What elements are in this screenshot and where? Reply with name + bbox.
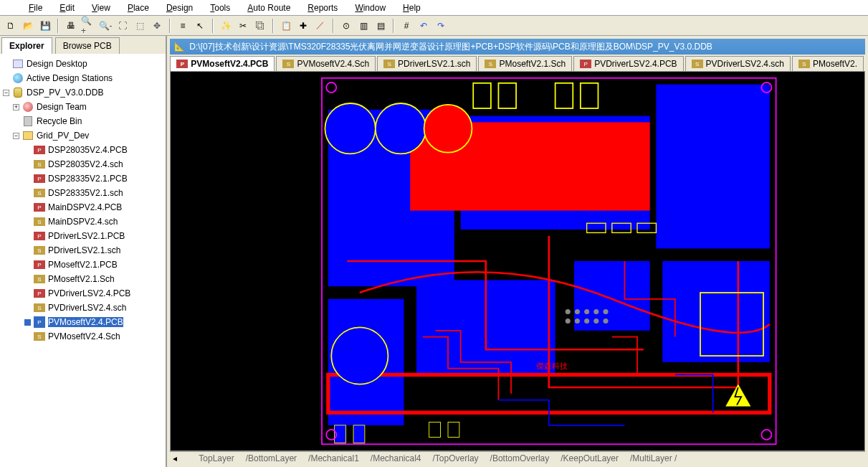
- zoom-in-button[interactable]: 🔍+: [80, 18, 96, 34]
- layer-tab-topoverlay[interactable]: /TopOverlay: [429, 453, 483, 464]
- tab-icon: P: [176, 60, 188, 68]
- menu-edit[interactable]: Edit: [52, 1, 82, 14]
- project-tree[interactable]: Design Desktop Active Design Stations −D…: [0, 54, 166, 467]
- tree-file-dsp28335v2-1-sch[interactable]: SDSP28335V2.1.sch: [0, 186, 166, 200]
- layer-tab-mechanical1[interactable]: /Mechanical1: [304, 453, 363, 464]
- tree-file-pmoseftv2-1-sch[interactable]: SPMoseftV2.1.Sch: [0, 272, 166, 286]
- tab-explorer[interactable]: Explorer: [1, 37, 52, 54]
- layer-tab-bottomoverlay[interactable]: /BottomOverlay: [486, 453, 554, 464]
- tab-label: PVMoseftV2.4.Sch: [297, 59, 369, 69]
- left-panel-tabs: Explorer Browse PCB: [0, 36, 166, 54]
- tree-file-pdriverlsv2-1-sch[interactable]: SPDriverLSV2.1.sch: [0, 243, 166, 258]
- tree-ddb-root[interactable]: −DSP_PV_V3.0.DDB: [0, 85, 166, 100]
- tab-label: PVDriverLSV2.4.PCB: [594, 59, 677, 69]
- new-button[interactable]: 🗋: [3, 18, 19, 34]
- grid-button[interactable]: #: [399, 18, 414, 34]
- doc-tab-pmoseftv2-1-sch[interactable]: SPMoseftV2.1.Sch: [478, 56, 572, 72]
- left-panel: Explorer Browse PCB Design Desktop Activ…: [0, 36, 167, 467]
- menu-file[interactable]: File: [22, 1, 49, 14]
- horizontal-scrollbar[interactable]: ◂ TopLayer/BottomLayer/Mechanical1/Mecha…: [170, 451, 865, 464]
- tree-file-label: DSP28335V2.1.PCB: [48, 174, 128, 184]
- menubar: FileEditViewPlaceDesignToolsAuto RouteRe…: [0, 0, 868, 16]
- svg-rect-20: [353, 425, 365, 443]
- tree-file-maindspv2-4-pcb[interactable]: PMainDSPV2.4.PCB: [0, 200, 166, 214]
- comp2-button[interactable]: ▤: [373, 18, 388, 34]
- tree-file-label: MainDSPV2.4.sch: [48, 217, 118, 227]
- svg-point-26: [332, 327, 388, 384]
- layer-tab-mechanical4[interactable]: /Mechanical4: [366, 453, 426, 464]
- doc-tab-pmoseftv2-[interactable]: SPMoseftV2.: [792, 56, 864, 72]
- menu-help[interactable]: Help: [396, 1, 428, 14]
- zoom-fit-button[interactable]: ⛶: [115, 18, 130, 34]
- tree-file-dsp28035v2-4-sch[interactable]: SDSP28035V2.4.sch: [0, 157, 166, 171]
- via-button[interactable]: ⊙: [338, 18, 354, 34]
- menu-window[interactable]: Window: [348, 1, 393, 14]
- wizard-button[interactable]: ✨: [218, 18, 234, 34]
- svg-rect-7: [663, 261, 771, 362]
- tree-active-stations[interactable]: Active Design Stations: [0, 71, 166, 85]
- tree-file-pmoseftv2-1-pcb[interactable]: PPMoseftV2.1.PCB: [0, 258, 166, 272]
- tree-file-maindspv2-4-sch[interactable]: SMainDSPV2.4.sch: [0, 214, 166, 229]
- document-path: D:\[07]技术创新\设计资源\TMS320F28335光伏离网并网逆变器设计…: [189, 41, 712, 53]
- tree-recycle-bin[interactable]: Recycle Bin: [0, 114, 166, 128]
- doc-tab-pdriverlsv2-1-sch[interactable]: SPDriverLSV2.1.sch: [377, 56, 477, 72]
- cut-button[interactable]: ✂: [235, 18, 251, 34]
- tab-icon: S: [282, 60, 294, 68]
- save-button[interactable]: 💾: [37, 18, 53, 34]
- tree-file-pvmoseftv2-4-sch[interactable]: SPVMoseftV2.4.Sch: [0, 329, 166, 344]
- layer-tab-toplayer[interactable]: TopLayer: [194, 453, 238, 464]
- scroll-left-button[interactable]: ◂: [170, 453, 180, 463]
- tree-file-label: PDriverLSV2.1.PCB: [48, 231, 125, 241]
- menu-view[interactable]: View: [85, 1, 118, 14]
- undo-button[interactable]: ↶: [416, 18, 431, 34]
- tree-design-team[interactable]: +Design Team: [0, 100, 166, 114]
- doc-tab-pvmoseftv2-4-pcb[interactable]: PPVMoseftV2.4.PCB: [170, 56, 275, 72]
- paste-button[interactable]: 📋: [278, 18, 294, 34]
- layers-button[interactable]: ≡: [175, 18, 191, 34]
- pcb-canvas[interactable]: 傑森科技: [170, 71, 865, 451]
- right-panel: 📐 D:\[07]技术创新\设计资源\TMS320F28335光伏离网并网逆变器…: [167, 36, 868, 467]
- doc-tab-pvdriverlsv2-4-sch[interactable]: SPVDriverLSV2.4.sch: [685, 56, 791, 72]
- svg-rect-4: [657, 85, 770, 249]
- copy-button[interactable]: ⿻: [252, 18, 268, 34]
- svg-point-34: [584, 319, 589, 324]
- tree-file-pvdriverlsv2-4-sch[interactable]: SPVDriverLSV2.4.sch: [0, 301, 166, 315]
- tree-file-label: PVDriverLSV2.4.sch: [48, 303, 126, 313]
- svg-point-28: [575, 309, 580, 314]
- print-button[interactable]: 🖶: [63, 18, 79, 34]
- zoom-out-button[interactable]: 🔍-: [97, 18, 113, 34]
- doc-tab-pvdriverlsv2-4-pcb[interactable]: PPVDriverLSV2.4.PCB: [573, 56, 683, 72]
- open-button[interactable]: 📂: [20, 18, 36, 34]
- layer-tab-keepoutlayer[interactable]: /KeepOutLayer: [556, 453, 623, 464]
- menu-reports[interactable]: Reports: [300, 1, 345, 14]
- doc-tab-pvmoseftv2-4-sch[interactable]: SPVMoseftV2.4.Sch: [276, 56, 376, 72]
- menu-auto-route[interactable]: Auto Route: [240, 1, 297, 14]
- zoom-sel-button[interactable]: ⬚: [132, 18, 148, 34]
- svg-point-30: [594, 309, 599, 314]
- tree-file-pvdriverlsv2-4-pcb[interactable]: PPVDriverLSV2.4.PCB: [0, 286, 166, 301]
- comp1-button[interactable]: ▥: [356, 18, 371, 34]
- menu-design[interactable]: Design: [159, 1, 200, 14]
- tree-file-label: MainDSPV2.4.PCB: [48, 202, 122, 212]
- tree-design-desktop[interactable]: Design Desktop: [0, 57, 166, 71]
- redo-button[interactable]: ↷: [433, 18, 449, 34]
- menu-tools[interactable]: Tools: [203, 1, 237, 14]
- tab-label: PDriverLSV2.1.sch: [398, 59, 470, 69]
- tree-file-dsp28035v2-4-pcb[interactable]: PDSP28035V2.4.PCB: [0, 143, 166, 157]
- tab-label: PVDriverLSV2.4.sch: [706, 59, 784, 69]
- track-button[interactable]: ／: [313, 18, 328, 34]
- layer-tab-multilayer[interactable]: /MultiLayer /: [626, 453, 681, 464]
- pan-button[interactable]: ✥: [149, 18, 165, 34]
- tree-file-pvmoseftv2-4-pcb[interactable]: PPVMoseftV2.4.PCB: [0, 315, 166, 329]
- tree-file-pdriverlsv2-1-pcb[interactable]: PPDriverLSV2.1.PCB: [0, 229, 166, 243]
- tree-file-dsp28335v2-1-pcb[interactable]: PDSP28335V2.1.PCB: [0, 171, 166, 186]
- tree-file-label: PMoseftV2.1.PCB: [48, 260, 118, 270]
- tree-grid-pv-dev[interactable]: −Grid_PV_Dev: [0, 128, 166, 143]
- cross-button[interactable]: ✚: [295, 18, 311, 34]
- menu-place[interactable]: Place: [120, 1, 156, 14]
- select-button[interactable]: ↖: [192, 18, 208, 34]
- tree-file-label: PDriverLSV2.1.sch: [48, 245, 120, 255]
- document-tabs: PPVMoseftV2.4.PCBSPVMoseftV2.4.SchSPDriv…: [170, 56, 865, 72]
- layer-tab-bottomlayer[interactable]: /BottomLayer: [242, 453, 301, 464]
- tab-browse-pcb[interactable]: Browse PCB: [55, 37, 120, 54]
